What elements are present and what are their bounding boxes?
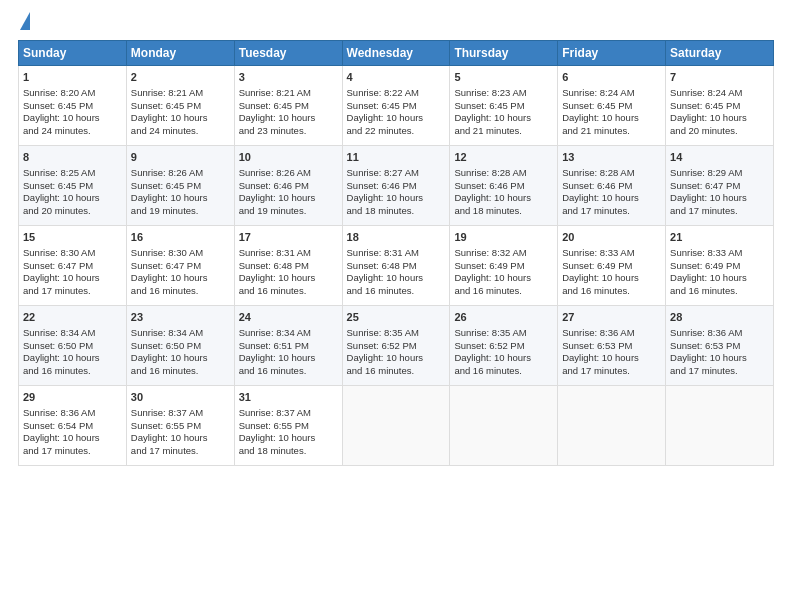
day-number: 8 bbox=[23, 150, 122, 165]
calendar-cell: 6Sunrise: 8:24 AMSunset: 6:45 PMDaylight… bbox=[558, 66, 666, 146]
day-number: 26 bbox=[454, 310, 553, 325]
day-number: 20 bbox=[562, 230, 661, 245]
calendar-cell: 29Sunrise: 8:36 AMSunset: 6:54 PMDayligh… bbox=[19, 386, 127, 466]
day-number: 11 bbox=[347, 150, 446, 165]
header-cell: Tuesday bbox=[234, 41, 342, 66]
header-cell: Thursday bbox=[450, 41, 558, 66]
calendar-cell: 11Sunrise: 8:27 AMSunset: 6:46 PMDayligh… bbox=[342, 146, 450, 226]
calendar-cell: 10Sunrise: 8:26 AMSunset: 6:46 PMDayligh… bbox=[234, 146, 342, 226]
day-number: 24 bbox=[239, 310, 338, 325]
calendar-cell bbox=[450, 386, 558, 466]
calendar-week-row: 1Sunrise: 8:20 AMSunset: 6:45 PMDaylight… bbox=[19, 66, 774, 146]
calendar-cell: 21Sunrise: 8:33 AMSunset: 6:49 PMDayligh… bbox=[666, 226, 774, 306]
day-number: 13 bbox=[562, 150, 661, 165]
calendar-week-row: 8Sunrise: 8:25 AMSunset: 6:45 PMDaylight… bbox=[19, 146, 774, 226]
calendar-cell: 18Sunrise: 8:31 AMSunset: 6:48 PMDayligh… bbox=[342, 226, 450, 306]
day-number: 6 bbox=[562, 70, 661, 85]
day-number: 30 bbox=[131, 390, 230, 405]
day-number: 25 bbox=[347, 310, 446, 325]
day-number: 18 bbox=[347, 230, 446, 245]
calendar-cell: 25Sunrise: 8:35 AMSunset: 6:52 PMDayligh… bbox=[342, 306, 450, 386]
day-number: 17 bbox=[239, 230, 338, 245]
calendar-cell: 20Sunrise: 8:33 AMSunset: 6:49 PMDayligh… bbox=[558, 226, 666, 306]
calendar-cell: 26Sunrise: 8:35 AMSunset: 6:52 PMDayligh… bbox=[450, 306, 558, 386]
header-cell: Wednesday bbox=[342, 41, 450, 66]
calendar-cell: 22Sunrise: 8:34 AMSunset: 6:50 PMDayligh… bbox=[19, 306, 127, 386]
calendar-body: 1Sunrise: 8:20 AMSunset: 6:45 PMDaylight… bbox=[19, 66, 774, 466]
day-number: 28 bbox=[670, 310, 769, 325]
day-number: 9 bbox=[131, 150, 230, 165]
calendar-cell: 30Sunrise: 8:37 AMSunset: 6:55 PMDayligh… bbox=[126, 386, 234, 466]
day-number: 22 bbox=[23, 310, 122, 325]
day-number: 2 bbox=[131, 70, 230, 85]
day-number: 14 bbox=[670, 150, 769, 165]
day-number: 4 bbox=[347, 70, 446, 85]
day-number: 16 bbox=[131, 230, 230, 245]
page: SundayMondayTuesdayWednesdayThursdayFrid… bbox=[0, 0, 792, 612]
day-number: 29 bbox=[23, 390, 122, 405]
logo bbox=[18, 16, 30, 30]
calendar-cell: 1Sunrise: 8:20 AMSunset: 6:45 PMDaylight… bbox=[19, 66, 127, 146]
calendar-cell: 12Sunrise: 8:28 AMSunset: 6:46 PMDayligh… bbox=[450, 146, 558, 226]
day-number: 12 bbox=[454, 150, 553, 165]
calendar-cell: 8Sunrise: 8:25 AMSunset: 6:45 PMDaylight… bbox=[19, 146, 127, 226]
header-cell: Saturday bbox=[666, 41, 774, 66]
header-cell: Sunday bbox=[19, 41, 127, 66]
day-number: 5 bbox=[454, 70, 553, 85]
calendar-cell: 28Sunrise: 8:36 AMSunset: 6:53 PMDayligh… bbox=[666, 306, 774, 386]
header bbox=[18, 16, 774, 30]
calendar-cell: 27Sunrise: 8:36 AMSunset: 6:53 PMDayligh… bbox=[558, 306, 666, 386]
calendar-cell: 9Sunrise: 8:26 AMSunset: 6:45 PMDaylight… bbox=[126, 146, 234, 226]
calendar-table: SundayMondayTuesdayWednesdayThursdayFrid… bbox=[18, 40, 774, 466]
header-row: SundayMondayTuesdayWednesdayThursdayFrid… bbox=[19, 41, 774, 66]
calendar-cell: 3Sunrise: 8:21 AMSunset: 6:45 PMDaylight… bbox=[234, 66, 342, 146]
calendar-cell: 2Sunrise: 8:21 AMSunset: 6:45 PMDaylight… bbox=[126, 66, 234, 146]
calendar-cell: 5Sunrise: 8:23 AMSunset: 6:45 PMDaylight… bbox=[450, 66, 558, 146]
calendar-cell: 23Sunrise: 8:34 AMSunset: 6:50 PMDayligh… bbox=[126, 306, 234, 386]
day-number: 23 bbox=[131, 310, 230, 325]
calendar-cell: 7Sunrise: 8:24 AMSunset: 6:45 PMDaylight… bbox=[666, 66, 774, 146]
calendar-cell bbox=[342, 386, 450, 466]
day-number: 27 bbox=[562, 310, 661, 325]
day-number: 15 bbox=[23, 230, 122, 245]
calendar-cell: 17Sunrise: 8:31 AMSunset: 6:48 PMDayligh… bbox=[234, 226, 342, 306]
calendar-cell: 14Sunrise: 8:29 AMSunset: 6:47 PMDayligh… bbox=[666, 146, 774, 226]
logo-triangle-icon bbox=[20, 12, 30, 30]
day-number: 21 bbox=[670, 230, 769, 245]
day-number: 3 bbox=[239, 70, 338, 85]
calendar-cell bbox=[666, 386, 774, 466]
day-number: 7 bbox=[670, 70, 769, 85]
calendar-cell: 19Sunrise: 8:32 AMSunset: 6:49 PMDayligh… bbox=[450, 226, 558, 306]
calendar-cell: 13Sunrise: 8:28 AMSunset: 6:46 PMDayligh… bbox=[558, 146, 666, 226]
day-number: 10 bbox=[239, 150, 338, 165]
calendar-cell: 24Sunrise: 8:34 AMSunset: 6:51 PMDayligh… bbox=[234, 306, 342, 386]
calendar-week-row: 22Sunrise: 8:34 AMSunset: 6:50 PMDayligh… bbox=[19, 306, 774, 386]
calendar-cell: 4Sunrise: 8:22 AMSunset: 6:45 PMDaylight… bbox=[342, 66, 450, 146]
calendar-cell: 16Sunrise: 8:30 AMSunset: 6:47 PMDayligh… bbox=[126, 226, 234, 306]
calendar-cell: 15Sunrise: 8:30 AMSunset: 6:47 PMDayligh… bbox=[19, 226, 127, 306]
calendar-week-row: 15Sunrise: 8:30 AMSunset: 6:47 PMDayligh… bbox=[19, 226, 774, 306]
day-number: 1 bbox=[23, 70, 122, 85]
header-cell: Monday bbox=[126, 41, 234, 66]
calendar-cell: 31Sunrise: 8:37 AMSunset: 6:55 PMDayligh… bbox=[234, 386, 342, 466]
calendar-header: SundayMondayTuesdayWednesdayThursdayFrid… bbox=[19, 41, 774, 66]
calendar-cell bbox=[558, 386, 666, 466]
day-number: 19 bbox=[454, 230, 553, 245]
header-cell: Friday bbox=[558, 41, 666, 66]
calendar-week-row: 29Sunrise: 8:36 AMSunset: 6:54 PMDayligh… bbox=[19, 386, 774, 466]
day-number: 31 bbox=[239, 390, 338, 405]
